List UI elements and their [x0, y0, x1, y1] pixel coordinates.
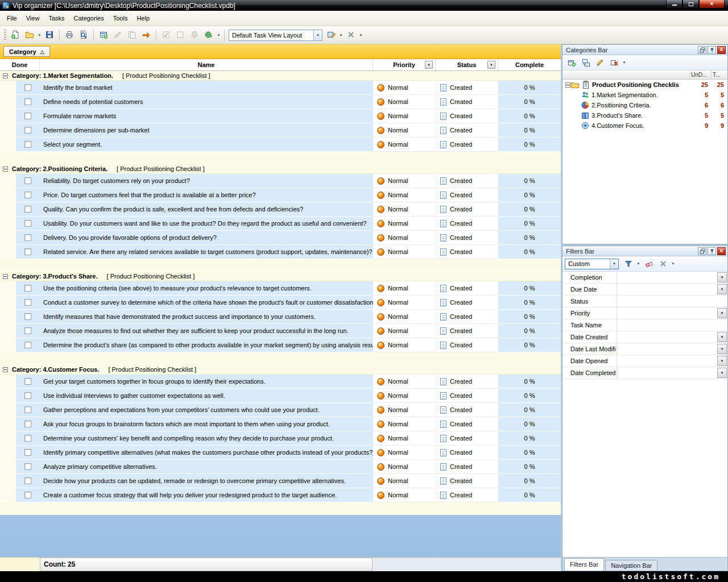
chevron-down-icon[interactable]: ▼	[717, 356, 727, 366]
category-tree-item[interactable]: 3.Product's Share.55	[562, 110, 727, 120]
apply-filter-caret[interactable]: ▼	[636, 257, 641, 271]
group-header[interactable]: Category: 4.Customer Focus.[ Product Pos…	[0, 365, 561, 375]
layout-options-caret[interactable]: ▼	[338, 28, 344, 41]
done-checkbox[interactable]	[24, 449, 31, 456]
category-tree-root[interactable]: Product Positioning Checklis 25 25	[562, 80, 727, 90]
chevron-down-icon[interactable]: ▼	[717, 308, 727, 318]
task-row[interactable]: Determine your customers' key benefit an…	[0, 431, 561, 446]
done-checkbox[interactable]	[24, 141, 31, 148]
done-checkbox[interactable]	[24, 406, 31, 413]
task-row[interactable]: Get your target customers together in fo…	[0, 375, 561, 389]
delete-category-button[interactable]	[607, 56, 621, 69]
filter-value-field[interactable]	[617, 319, 727, 331]
menu-categories[interactable]: Categories	[69, 13, 109, 23]
open-database-button[interactable]	[23, 28, 36, 41]
group-header[interactable]: Category: 2.Positioning Criteria.[ Produ…	[0, 164, 561, 174]
done-checkbox[interactable]	[24, 299, 31, 306]
print-button[interactable]	[63, 28, 76, 41]
customize-layout-button[interactable]	[324, 28, 338, 41]
task-row[interactable]: Identify primary competitive alternative…	[0, 446, 561, 460]
group-header[interactable]: Category: 1.Market Segmentation.[ Produc…	[0, 71, 561, 81]
done-checkbox[interactable]	[24, 248, 31, 255]
close-button[interactable]: ×	[699, 0, 725, 9]
close-filter-button[interactable]	[656, 257, 669, 270]
task-row[interactable]: Ask your focus groups to brainstorm fact…	[0, 417, 561, 431]
priority-filter-button[interactable]: ▼	[425, 61, 433, 69]
layout-combo[interactable]: Default Task View Layout ▼	[229, 30, 322, 41]
task-row[interactable]: Reliability. Do target customers rely on…	[0, 174, 561, 188]
title-bar[interactable]: Vip organizer [C:\Users\dmitry\Desktop\P…	[0, 0, 728, 11]
menu-help[interactable]: Help	[132, 13, 154, 23]
done-checkbox[interactable]	[24, 285, 31, 292]
collapse-icon[interactable]	[3, 167, 8, 172]
menu-file[interactable]: File	[2, 13, 22, 23]
menu-tasks[interactable]: Tasks	[44, 13, 69, 23]
filter-value-field[interactable]: ▼	[617, 331, 727, 343]
add-subcategory-button[interactable]	[579, 56, 592, 69]
menu-tools[interactable]: Tools	[109, 13, 133, 23]
pin-panel-button[interactable]	[708, 46, 716, 54]
chevron-down-icon[interactable]: ▼	[717, 332, 727, 342]
category-tree-item[interactable]: 4.Customer Focus.99	[562, 120, 727, 131]
task-row[interactable]: Analyze those measures to find out wheth…	[0, 324, 561, 338]
task-row[interactable]: Gather perceptions and expectations from…	[0, 403, 561, 417]
collapse-icon[interactable]	[3, 73, 8, 78]
task-row[interactable]: Define needs of potential customersNorma…	[0, 95, 561, 109]
done-checkbox[interactable]	[24, 234, 31, 241]
done-checkbox[interactable]	[24, 313, 31, 320]
tree-header-name[interactable]	[562, 70, 690, 79]
done-checkbox[interactable]	[24, 192, 31, 198]
done-checkbox[interactable]	[24, 463, 31, 470]
filters-bar-titlebar[interactable]: Filters Bar ×	[562, 246, 727, 256]
chevron-down-icon[interactable]: ▼	[717, 368, 727, 378]
column-header-name[interactable]: Name	[40, 59, 373, 70]
filter-value-field[interactable]: ▼	[617, 307, 727, 319]
task-row[interactable]: Related service. Are there any related s…	[0, 245, 561, 259]
print-preview-button[interactable]	[77, 28, 90, 41]
status-filter-button[interactable]: ▼	[487, 61, 495, 69]
filters-toolbar-caret[interactable]: ▼	[671, 257, 676, 271]
toolbar-overflow-caret[interactable]: ▼	[358, 28, 363, 41]
task-row[interactable]: Quality. Can you confirm the product is …	[0, 202, 561, 217]
done-checkbox[interactable]	[24, 113, 31, 119]
done-checkbox[interactable]	[24, 392, 31, 399]
restore-panel-button[interactable]	[698, 247, 706, 255]
mark-complete-button[interactable]	[159, 28, 173, 41]
edit-task-button[interactable]	[111, 28, 125, 41]
done-checkbox[interactable]	[24, 127, 31, 134]
filter-value-field[interactable]	[617, 296, 727, 307]
mark-incomplete-button[interactable]	[173, 28, 187, 41]
collapse-icon[interactable]	[565, 82, 570, 88]
column-header-complete[interactable]: Complete	[498, 59, 561, 70]
task-row[interactable]: Usability. Do your customers want and li…	[0, 217, 561, 231]
chevron-down-icon[interactable]: ▼	[717, 272, 727, 282]
filter-value-field[interactable]: ▼	[617, 355, 727, 367]
column-header-priority[interactable]: Priority ▼	[373, 59, 436, 70]
toolbar-grip[interactable]	[4, 30, 6, 41]
minimize-button[interactable]	[666, 0, 682, 9]
done-checkbox[interactable]	[24, 206, 31, 213]
restore-panel-button[interactable]	[698, 46, 706, 54]
tree-header-total[interactable]: T...	[712, 70, 727, 79]
share-caret[interactable]: ▼	[216, 28, 221, 41]
task-row[interactable]: Price. Do target customers feel that the…	[0, 188, 561, 202]
delete-layout-button[interactable]	[344, 28, 358, 41]
new-task-button[interactable]	[97, 28, 110, 41]
task-row[interactable]: Determine the product's share (as compar…	[0, 338, 561, 352]
done-checkbox[interactable]	[24, 98, 31, 105]
categories-toolbar-caret[interactable]: ▼	[622, 56, 627, 69]
tab-navigation-bar[interactable]: Navigation Bar	[605, 560, 657, 571]
done-checkbox[interactable]	[24, 492, 31, 498]
filter-preset-combo[interactable]: Custom ▼	[565, 259, 619, 269]
task-row[interactable]: Use individual interviews to gather cust…	[0, 389, 561, 403]
column-header-status[interactable]: Status ▼	[436, 59, 498, 70]
task-row[interactable]: Identify the broad marketNormalCreated0 …	[0, 81, 561, 95]
task-row[interactable]: Select your segment.NormalCreated0 %	[0, 138, 561, 152]
chevron-down-icon[interactable]: ▼	[610, 259, 618, 269]
filter-value-field[interactable]: ▼	[617, 367, 727, 379]
apply-filter-button[interactable]	[622, 257, 635, 270]
column-header-done[interactable]: Done	[0, 59, 40, 70]
collapse-icon[interactable]	[3, 274, 8, 279]
task-row[interactable]: Formulate narrow marketsNormalCreated0 %	[0, 109, 561, 123]
tab-filters-bar[interactable]: Filters Bar	[564, 558, 604, 571]
